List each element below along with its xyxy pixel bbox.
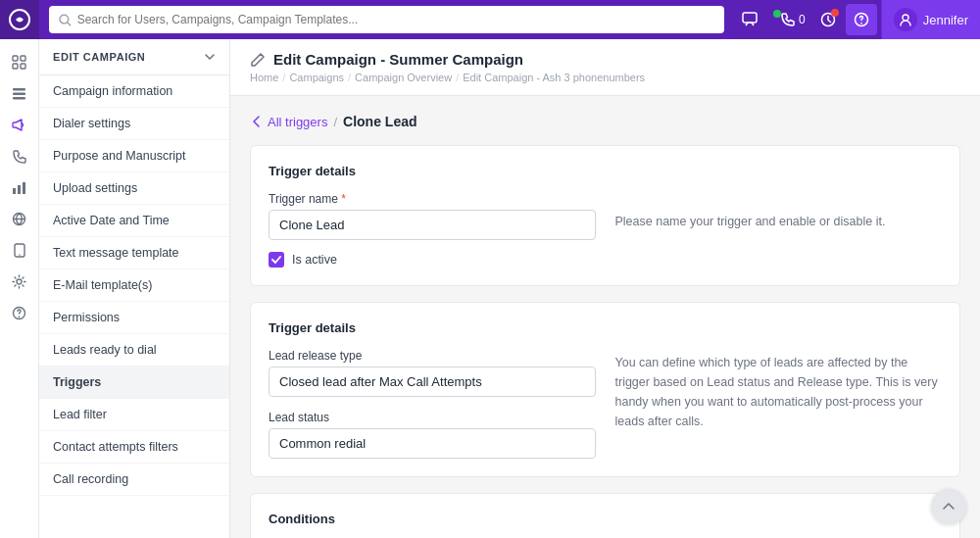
breadcrumb-current: Edit Campaign - Ash 3 phonenumbers xyxy=(463,72,645,83)
edit-icon xyxy=(250,52,266,68)
sidebar-icon-home[interactable] xyxy=(3,47,36,76)
green-dot xyxy=(773,10,781,18)
svg-rect-11 xyxy=(13,92,25,95)
is-active-label[interactable]: Is active xyxy=(292,253,337,267)
nav-header-label: EDIT CAMPAIGN xyxy=(53,51,145,63)
clock-icon-btn[interactable] xyxy=(812,4,844,35)
sidebar-item-activedate[interactable]: Active Date and Time xyxy=(39,205,229,237)
svg-rect-13 xyxy=(13,188,16,194)
section-title: Clone Lead xyxy=(343,114,416,129)
user-name: Jennifer xyxy=(923,13,968,27)
chevron-down-icon[interactable] xyxy=(204,51,216,63)
lead-release-select[interactable]: Closed lead after Max Call Attempts Rele… xyxy=(269,367,596,397)
topnav-actions: 0 xyxy=(734,4,877,35)
svg-rect-2 xyxy=(743,13,757,23)
call-count: 0 xyxy=(799,13,806,26)
back-link[interactable]: All triggers xyxy=(250,115,327,129)
sidebar-icon-mobile[interactable] xyxy=(3,235,36,265)
sidebar-item-email[interactable]: E-Mail template(s) xyxy=(39,269,229,302)
sidebar-item-call-recording[interactable]: Call recording xyxy=(39,464,229,496)
checkbox-active[interactable] xyxy=(269,252,284,268)
breadcrumb: Home / Campaigns / Campaign Overview / E… xyxy=(250,72,960,83)
conditions-card: Conditions Select condition Add xyxy=(250,493,960,538)
call-icon-btn[interactable]: 0 xyxy=(767,4,810,35)
back-nav: All triggers / Clone Lead xyxy=(250,114,960,129)
sidebar-icon-phone[interactable] xyxy=(3,141,36,171)
sidebar-item-triggers[interactable]: Triggers xyxy=(39,367,229,399)
sidebar-item-permissions[interactable]: Permissions xyxy=(39,302,229,334)
search-input[interactable] xyxy=(77,13,714,26)
required-star: * xyxy=(341,192,346,206)
lead-release-label: Lead release type xyxy=(269,349,596,363)
phone-icon xyxy=(780,12,796,27)
lead-status-select[interactable]: Common redial Completed Do not call xyxy=(269,428,596,459)
sidebar-item-campaign-info[interactable]: Campaign information xyxy=(39,75,229,108)
trigger-details-card-1: Trigger details Trigger name * xyxy=(250,145,960,286)
sidebar-item-lead-filter[interactable]: Lead filter xyxy=(39,399,229,431)
svg-rect-10 xyxy=(13,88,25,91)
breadcrumb-sep-2: / xyxy=(348,72,351,83)
phone2-icon xyxy=(12,149,26,164)
sidebar-item-upload[interactable]: Upload settings xyxy=(39,172,229,205)
page-title-text: Edit Campaign - Summer Campaign xyxy=(273,51,523,68)
logo[interactable] xyxy=(0,0,39,39)
chat-icon xyxy=(742,12,758,27)
svg-rect-7 xyxy=(21,56,25,61)
sidebar-icon-chart[interactable] xyxy=(3,172,36,202)
help-icon xyxy=(12,306,26,320)
sidebar-icon-list[interactable] xyxy=(3,78,36,108)
svg-rect-14 xyxy=(18,185,21,194)
content-header: Edit Campaign - Summer Campaign Home / C… xyxy=(230,39,980,96)
sidebar-item-contact-attempts[interactable]: Contact attempts filters xyxy=(39,431,229,464)
scroll-to-top-btn[interactable] xyxy=(931,489,966,524)
svg-point-18 xyxy=(19,254,20,255)
trigger-details-card-2: Trigger details Lead release type Closed… xyxy=(250,302,960,477)
main-layout: EDIT CAMPAIGN Campaign information Diale… xyxy=(0,39,980,538)
content: Edit Campaign - Summer Campaign Home / C… xyxy=(230,39,980,538)
avatar xyxy=(894,8,917,31)
search-icon xyxy=(59,14,72,26)
grid-icon xyxy=(12,55,26,70)
sidebar-icon-settings[interactable] xyxy=(3,267,36,296)
page-title: Edit Campaign - Summer Campaign xyxy=(250,51,960,68)
chat-icon-btn[interactable] xyxy=(734,4,765,35)
separator: / xyxy=(333,115,337,129)
content-body: All triggers / Clone Lead Trigger detail… xyxy=(230,96,980,538)
sidebar-icon-campaign[interactable] xyxy=(3,110,36,139)
trigger-name-input[interactable] xyxy=(269,210,596,240)
search-bar[interactable] xyxy=(49,6,724,33)
help-icon-btn[interactable] xyxy=(846,4,877,35)
sidebar-icon-globe[interactable] xyxy=(3,204,36,233)
svg-rect-15 xyxy=(23,182,25,194)
chart-icon xyxy=(12,180,26,195)
trigger-hint-2: You can define which type of leads are a… xyxy=(615,349,943,459)
user-icon xyxy=(899,13,912,26)
sidebar-item-sms[interactable]: Text message template xyxy=(39,237,229,269)
logo-icon xyxy=(9,9,30,30)
topnav: 0 Jennifer xyxy=(0,0,980,39)
trigger-details-title-2: Trigger details xyxy=(269,320,942,335)
trigger-details-title-1: Trigger details xyxy=(269,164,942,178)
breadcrumb-home[interactable]: Home xyxy=(250,72,278,83)
red-dot xyxy=(831,9,839,17)
back-link-text: All triggers xyxy=(268,115,327,129)
sidebar-item-purpose[interactable]: Purpose and Manuscript xyxy=(39,140,229,172)
breadcrumb-campaigns[interactable]: Campaigns xyxy=(289,72,344,83)
svg-point-19 xyxy=(17,279,22,284)
globe-icon xyxy=(12,212,26,226)
sidebar-item-leads[interactable]: Leads ready to dial xyxy=(39,334,229,367)
list-icon xyxy=(12,86,26,101)
megaphone-icon xyxy=(12,118,26,132)
sidebar-icon-help[interactable] xyxy=(3,298,36,327)
svg-rect-8 xyxy=(13,64,18,69)
check-icon xyxy=(271,256,281,264)
sidebar-item-dialer[interactable]: Dialer settings xyxy=(39,108,229,140)
user-menu[interactable]: Jennifer xyxy=(881,0,980,39)
trigger-form-left-2: Lead release type Closed lead after Max … xyxy=(269,349,596,459)
breadcrumb-overview[interactable]: Campaign Overview xyxy=(355,72,452,83)
question-icon xyxy=(854,12,869,27)
svg-rect-12 xyxy=(13,97,25,100)
trigger-name-group: Trigger name * xyxy=(269,192,596,240)
trigger-hint-1: Please name your trigger and enable or d… xyxy=(615,192,943,268)
mobile-icon xyxy=(14,243,25,258)
